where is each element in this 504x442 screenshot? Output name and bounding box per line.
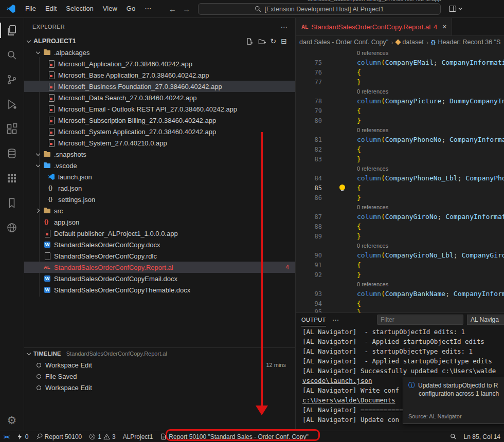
tree-item[interactable]: Microsoft_System Application_27.0.38460.… [24, 126, 295, 137]
lightbulb-icon[interactable] [339, 185, 345, 190]
timeline-item[interactable]: Workspace Edit12 mins [24, 359, 295, 371]
tree-item[interactable]: Microsoft_Data Search_27.0.38460.40242.a… [24, 92, 295, 103]
zap-icon [16, 433, 23, 440]
layout-toggle-button[interactable] [448, 5, 463, 13]
tree-item[interactable]: app.json [24, 216, 295, 228]
tree-item-folder[interactable]: .snapshots [24, 149, 295, 160]
timeline-item[interactable]: Workspace Edit [24, 382, 295, 393]
vscode-window: Microsoft_Subscription Billing_27.0.3846… [0, 0, 504, 442]
timeline-section: TIMELINE StandardSalesOrderConfCopy.Repo… [24, 347, 295, 393]
globe-icon[interactable] [0, 215, 24, 240]
workspace-root-row[interactable]: ALPROJECT1 ↻ ⊟ [24, 35, 295, 47]
problems-badge: 4 [285, 264, 289, 271]
status-zoom[interactable] [446, 431, 460, 442]
activity-bar: ⚙ [0, 18, 24, 431]
word-file-icon [43, 241, 51, 249]
error-icon [89, 433, 96, 440]
run-debug-icon[interactable] [0, 92, 24, 117]
output-channel-select[interactable]: AL Naviga [467, 315, 504, 325]
app-file-icon [47, 139, 56, 147]
codelens[interactable]: 0 references [296, 48, 504, 58]
remote-indicator-icon[interactable]: >< [0, 431, 13, 442]
codelens[interactable]: 0 references [296, 280, 504, 289]
command-center-search[interactable]: [Extension Development Host] ALProject1 [198, 3, 441, 15]
code-line: 94{ [296, 299, 504, 308]
explorer-icon[interactable] [0, 18, 24, 43]
codelens[interactable]: 0 references [296, 164, 504, 173]
status-rad-counter[interactable]: 0 [13, 431, 32, 442]
tree-item[interactable]: Microsoft_Email - Outlook REST API_27.0.… [24, 103, 295, 115]
output-filter-input[interactable] [377, 315, 463, 325]
output-line: [AL Navigator] - startupObjectId edits: … [302, 328, 504, 338]
menu-edit[interactable]: Edit [41, 3, 61, 14]
status-project[interactable]: ALProject1 [119, 431, 157, 442]
forward-icon[interactable]: → [183, 5, 190, 13]
breadcrumb-header[interactable]: Header: Record 36 "S [438, 39, 501, 46]
tree-item[interactable]: settings.json [24, 194, 295, 205]
code-line: 84column(CompanyPhoneNo_Lbl; CompanyPho [296, 173, 504, 183]
tree-item-selected[interactable]: StandardSalesOrderConfCopy.Report.al4 [24, 262, 295, 273]
grid-icon[interactable] [0, 166, 24, 191]
extensions-icon[interactable] [0, 117, 24, 141]
code-area[interactable]: 0 references 75column(CompanyEMail; Comp… [296, 48, 504, 312]
database-icon[interactable] [0, 141, 24, 166]
close-icon[interactable]: × [442, 23, 446, 31]
status-active-object[interactable]: Report 50100 "Standard Sales - Order Con… [156, 431, 312, 442]
new-file-icon[interactable] [246, 38, 254, 45]
search-icon [255, 6, 261, 12]
back-icon[interactable]: ← [169, 5, 176, 13]
menu-go[interactable]: Go [122, 3, 140, 14]
new-folder-icon[interactable] [258, 38, 266, 45]
tree-item-folder[interactable]: .vscode [24, 160, 295, 171]
chevron-down-icon [35, 50, 41, 55]
al-file-icon [43, 263, 51, 271]
timeline-header[interactable]: TIMELINE StandardSalesOrderConfCopy.Repo… [24, 348, 295, 359]
menu-more-icon[interactable]: ⋯ [140, 3, 156, 14]
word-file-icon [43, 274, 51, 283]
tab-active[interactable]: AL StandardSalesOrderConfCopy.Report.al … [296, 18, 452, 35]
collapse-all-icon[interactable]: ⊟ [281, 38, 287, 45]
codelens[interactable]: 0 references [296, 125, 504, 135]
json-file-icon [47, 195, 56, 204]
tree-item[interactable]: StandardSalesOrderConfCopyThemable.docx [24, 284, 295, 296]
breadcrumb-report[interactable]: dard Sales - Order Conf. Copy" [299, 39, 388, 46]
menu-view[interactable]: View [98, 3, 122, 14]
source-control-icon[interactable] [0, 67, 24, 92]
tree-item-folder[interactable]: src [24, 205, 295, 216]
status-problems[interactable]: 1 3 [85, 431, 119, 442]
tree-item[interactable]: Microsoft_Base Application_27.0.38460.40… [24, 69, 295, 81]
tree-item[interactable]: Microsoft_Application_27.0.38460.40242.a… [24, 58, 295, 69]
code-line: 78column(CompanyPicture; DummyCompanyIn [296, 96, 504, 106]
tab-output[interactable]: OUTPUT [301, 313, 326, 326]
panel-more-icon[interactable]: ⋯ [332, 316, 339, 324]
menu-selection[interactable]: Selection [61, 3, 98, 14]
code-line: 92} [296, 270, 504, 280]
explorer-more-icon[interactable]: ⋯ [281, 23, 288, 31]
tree-item-folder[interactable]: .alpackages [24, 47, 295, 58]
tree-item[interactable]: launch.json [24, 171, 295, 182]
tree-item[interactable]: Microsoft_System_27.0.40210.0.app [24, 137, 295, 149]
breadcrumb-dataset[interactable]: dataset [403, 39, 424, 46]
bookmark-icon[interactable] [0, 191, 24, 215]
tree-item[interactable]: StandardSalesOrderConfCopy.docx [24, 239, 295, 250]
app-file-icon [47, 105, 56, 113]
notification-toast[interactable]: ⓘ Updated startupObjectId to R configura… [403, 377, 504, 424]
settings-gear-icon[interactable]: ⚙ [7, 414, 17, 427]
codelens[interactable]: 0 references [296, 87, 504, 96]
tree-item[interactable]: Microsoft_Business Foundation_27.0.38460… [24, 81, 295, 92]
object-symbol-icon: {} [431, 39, 436, 45]
refresh-icon[interactable]: ↻ [271, 38, 277, 45]
codelens[interactable]: 0 references [296, 241, 504, 250]
tree-item[interactable]: Microsoft_Subscription Billing_27.0.3846… [24, 115, 295, 126]
tree-item[interactable]: Default publisher_ALProject1_1.0.0.0.app [24, 228, 295, 239]
menu-file[interactable]: File [21, 3, 41, 14]
timeline-item[interactable]: File Saved [24, 371, 295, 382]
code-line-current: 85{ [296, 183, 504, 193]
codelens[interactable]: 0 references [296, 202, 504, 212]
status-cursor-position[interactable]: Ln 85, Col 14 [460, 431, 504, 442]
tree-item[interactable]: rad.json [24, 182, 295, 194]
status-startup-object[interactable]: Report 50100 [32, 431, 86, 442]
tree-item[interactable]: StandardSalesOrderConfCopyEmail.docx [24, 273, 295, 284]
search-sidebar-icon[interactable] [0, 43, 24, 67]
tree-item[interactable]: StandardSalesOrderConfCopy.rdlc [24, 250, 295, 262]
